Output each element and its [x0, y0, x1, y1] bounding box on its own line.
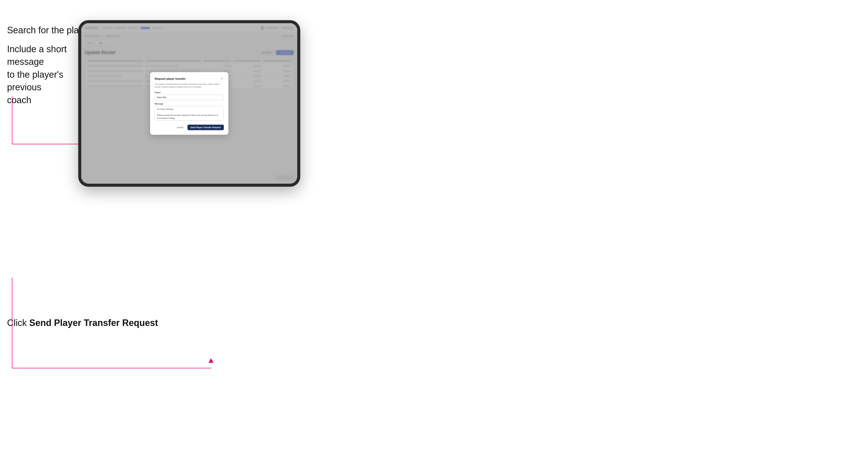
message-textarea[interactable]: Hi Coach McHarg, Please accept this tran… [155, 106, 224, 121]
annotation-click: Click Send Player Transfer Request [7, 317, 158, 329]
arrow-head-2 [209, 358, 214, 363]
arrow-line-2 [12, 278, 12, 368]
send-transfer-button[interactable]: Send Player Transfer Request [187, 125, 224, 130]
modal-header: Request player transfer × [155, 77, 224, 81]
tablet-screen: Roster Stats Update Roster Add Player + … [81, 23, 297, 184]
arrow-line-2-horiz [12, 368, 211, 368]
cancel-button[interactable]: Cancel [175, 125, 185, 130]
modal-title: Request player transfer [155, 77, 186, 80]
player-input[interactable] [155, 95, 224, 100]
modal-close-button[interactable]: × [220, 77, 224, 81]
tablet-device: Roster Stats Update Roster Add Player + … [78, 20, 300, 187]
modal-description: If the player is transferring from anoth… [155, 83, 224, 89]
message-label: Message [155, 103, 224, 105]
arrow-line-1 [12, 96, 12, 144]
request-transfer-modal: Request player transfer × If the player … [150, 72, 228, 135]
modal-backdrop: Request player transfer × If the player … [81, 23, 297, 184]
modal-footer: Cancel Send Player Transfer Request [155, 125, 224, 130]
annotation-message: Include a short messageto the player's p… [7, 43, 73, 106]
player-label: Player [155, 91, 224, 94]
